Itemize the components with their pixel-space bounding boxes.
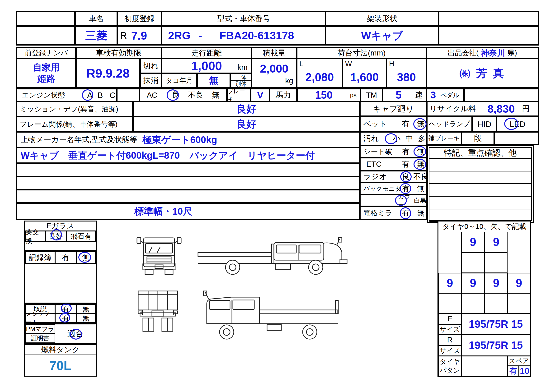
- tire-f-size-label: サイズ: [438, 324, 461, 335]
- seller-label-post: 県): [508, 48, 517, 58]
- model-chassis-header: 型式・車体番号: [162, 11, 325, 26]
- capacity-value-cell: 2,000 kg: [252, 59, 297, 88]
- recycle-label: リサイクル料: [430, 104, 476, 114]
- seller-name-cell: ㈱ 芳 真: [426, 59, 538, 88]
- tire-r-size-label: サイズ: [438, 345, 461, 356]
- tire-mid-right-cell: [485, 252, 508, 273]
- brake-value: V: [257, 90, 263, 100]
- tire-rear-cell-4: 9: [508, 273, 530, 293]
- mark-circle-seat-no: [414, 146, 426, 157]
- pedal-cell: 3 ペダル: [426, 89, 464, 101]
- tm-label: TM: [361, 89, 382, 101]
- fglass-replace-option: 要交換: [25, 231, 45, 242]
- top-empty-cell: [439, 11, 538, 26]
- spare-yes-value: 有: [509, 366, 517, 376]
- monitor-row: バックモニタ 有 無: [360, 183, 427, 194]
- mark-circle-color: [395, 195, 407, 206]
- ac-label: AC: [147, 91, 157, 100]
- mileage-unit: km: [237, 63, 248, 72]
- special-notes-line-2: [430, 171, 531, 184]
- truck-rear-view-drawing: [133, 288, 183, 344]
- manual-no-option: 無: [76, 305, 96, 314]
- tire-rear-cell-2: 9: [461, 273, 485, 293]
- recycle-value: 8,830: [482, 102, 520, 115]
- mirror-no-option: 無: [416, 208, 426, 218]
- cab-panel-title: キャブ廻り: [360, 101, 427, 116]
- tacho-value: 無: [209, 74, 218, 87]
- mission-label: ミッション・デフ(異音、油漏): [17, 101, 133, 117]
- aux-brake-value: 段: [461, 132, 494, 145]
- erased-option: 抹消: [140, 73, 161, 88]
- pm-label-line1: PMマフラ: [25, 324, 55, 334]
- inspection-value: R9.9.28: [76, 59, 140, 88]
- capacity-value: 2,000: [252, 62, 296, 75]
- mark-circle-fglass-good: [51, 229, 62, 241]
- aux-brake-empty-cell: [494, 132, 538, 145]
- body-maker-label: 上物メーカー名年式,型式及状態等: [21, 135, 137, 145]
- tire-rear-cell-3: 9: [485, 273, 508, 293]
- top-corner-value-cell: [17, 26, 75, 45]
- notes-empty-row-2: [17, 176, 360, 190]
- vehicle-name-header: 車名: [75, 11, 117, 26]
- prev-number-line1: 自家用: [33, 62, 60, 73]
- engine-state-cell: エンジン状態 A B C: [17, 89, 117, 101]
- maintenance-no-option: 無: [76, 314, 96, 322]
- tm-value-cell: 5 速: [382, 89, 426, 101]
- bed-dimension-header: 荷台寸法(mm): [297, 47, 426, 59]
- engine-grade-c: C: [108, 91, 117, 100]
- special-notes-box: 特記、重点確認、他: [427, 145, 534, 223]
- fuel-tank-value-cell: 70L: [25, 355, 96, 376]
- brake-label: ブレーキ: [227, 89, 251, 101]
- monitor-no-option: 無: [416, 184, 426, 193]
- maintenance-label: メンテノート: [25, 314, 55, 322]
- ac-cell: AC 良 不良 無: [139, 89, 227, 101]
- mark-circle-engine-a: [82, 89, 93, 101]
- equipment-row: Wキャブ 垂直ゲート付600kgL=870 バックアイ リヤヒーター付: [17, 148, 360, 163]
- truck-front-view-drawing: [137, 234, 182, 276]
- tire-rear-value-2: 9: [470, 277, 476, 290]
- power-value-cell: 150 ps: [297, 89, 361, 101]
- dim-h-value: 380: [387, 71, 426, 84]
- tire-bottom-cell-1: [438, 293, 461, 314]
- expired-option: 切れ: [140, 59, 161, 73]
- prev-number-value: 自家用 姫路: [17, 59, 76, 88]
- mirror-label: 電格ミラ: [363, 208, 392, 218]
- tire-front-left-cell: 9: [461, 232, 485, 252]
- model-code: 2RG: [168, 29, 191, 42]
- dim-h-cell: H 380: [387, 59, 426, 88]
- seller-header: 出品会社( 神奈川 県): [426, 47, 538, 59]
- notes-empty-row-3: [17, 190, 360, 203]
- mission-value: 良好: [236, 102, 256, 116]
- tank-type-cell: 一体 別体: [230, 73, 252, 88]
- mark-circle-maintenance-yes: [59, 313, 70, 322]
- tire-panel-title: タイヤ0～10、欠、で記載: [438, 222, 530, 231]
- body-shape-text: Wキャブ: [361, 29, 403, 43]
- mark-circle-mirror-yes: [400, 207, 411, 219]
- truck-side-view-right-drawing: [197, 236, 354, 276]
- top-empty-value-cell: [439, 26, 538, 45]
- dim-w-value: 1,600: [343, 71, 386, 84]
- dim-l-label: L: [299, 60, 303, 68]
- body-shape-value: Wキャブ: [325, 26, 439, 45]
- monitor-label: バックモニタ: [363, 185, 402, 193]
- dim-l-value: 2,080: [297, 71, 342, 84]
- frame-value-cell: 良好: [133, 117, 360, 132]
- mark-circle-ac-good: [167, 89, 179, 101]
- brake-value-cell: V: [251, 89, 270, 101]
- model-dash: -: [198, 29, 202, 42]
- tire-bottom-cell-2: [461, 293, 485, 314]
- special-notes-line-4: [430, 197, 531, 209]
- inspection-header: 車検有効期限: [76, 47, 161, 59]
- radio-row: ラジオ 良 不良: [360, 171, 427, 183]
- dim-l-cell: L 2,080: [297, 59, 343, 88]
- mark-circle-dirt: [385, 133, 397, 144]
- engine-state-label: エンジン状態: [22, 90, 65, 100]
- capacity-unit: kg: [285, 76, 293, 85]
- mark-circle-headlamp-led: [504, 118, 518, 130]
- fuel-tank-value: 70L: [49, 358, 72, 373]
- vehicle-inspection-sheet: 車名 初度登録 型式・車体番号 架装形状 三菱 R 7.9 2RG - FBA2…: [0, 0, 555, 392]
- spare-label: スペア: [508, 356, 530, 366]
- model-chassis-value: 2RG - FBA20-613178: [162, 26, 325, 45]
- tire-f-size-cell: 195/75R 15: [461, 314, 530, 335]
- record-label: 記録簿: [25, 252, 55, 264]
